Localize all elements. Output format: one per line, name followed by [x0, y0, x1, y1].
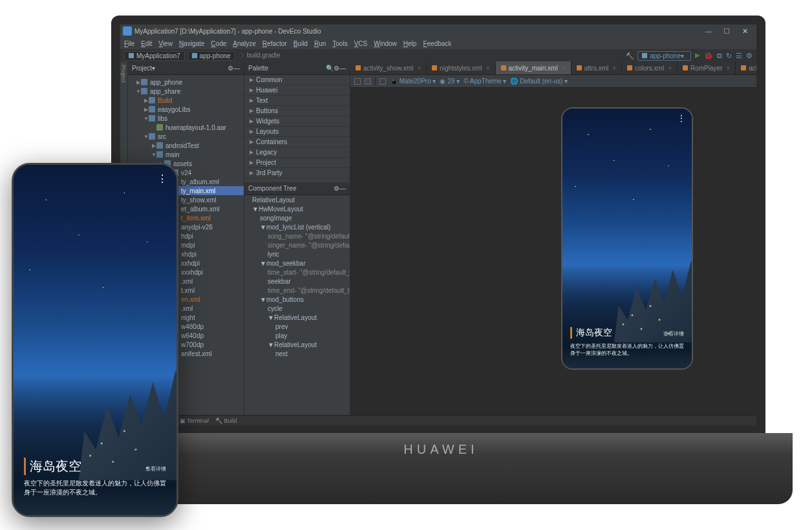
- debug-button[interactable]: 🐞: [704, 52, 713, 60]
- editor-tab[interactable]: RomPlayer×: [678, 61, 736, 74]
- orientation-icon[interactable]: [379, 78, 386, 85]
- menu-tools[interactable]: Tools: [332, 40, 347, 47]
- device-dropdown[interactable]: 📱 Mate20Pro ▾: [390, 78, 436, 85]
- palette-category[interactable]: ▶ Legacy: [244, 147, 350, 158]
- component-node[interactable]: RelativeLayout: [244, 195, 350, 204]
- menu-view[interactable]: View: [158, 40, 173, 47]
- ctree-gear-icon[interactable]: ⚙: [334, 185, 339, 192]
- sync-button[interactable]: ↻: [726, 52, 732, 60]
- component-node[interactable]: next: [244, 349, 350, 358]
- component-node[interactable]: time_end- "@string/default_time": [244, 286, 350, 295]
- sdk-button[interactable]: ⚙: [746, 52, 753, 60]
- palette-category[interactable]: ▶ Project: [244, 158, 350, 168]
- avd-button[interactable]: ☰: [736, 52, 742, 60]
- editor-tab[interactable]: activity_main.xml×: [496, 61, 572, 74]
- menu-file[interactable]: File: [124, 40, 134, 47]
- editor-tab[interactable]: activity_show.xml×: [350, 61, 427, 74]
- palette-list[interactable]: ▶ Common▶ Huawei▶ Text▶ Buttons▶ Widgets…: [244, 75, 350, 178]
- component-node[interactable]: songImage: [244, 213, 350, 222]
- palette-category[interactable]: ▶ Huawei: [244, 85, 350, 96]
- component-tree[interactable]: RelativeLayout▼HwMoveLayoutsongImage▼mod…: [244, 195, 350, 415]
- run-button[interactable]: [695, 53, 700, 58]
- palette-category[interactable]: ▶ Common: [244, 75, 350, 85]
- project-node[interactable]: ▶app_phone: [128, 78, 244, 87]
- api-dropdown[interactable]: ◉ 29 ▾: [440, 78, 460, 85]
- menu-build[interactable]: Build: [294, 40, 308, 47]
- blueprint-mode-icon[interactable]: [365, 78, 371, 85]
- window-minimize[interactable]: —: [700, 27, 718, 35]
- breadcrumb-file[interactable]: 〉build.gradle: [240, 51, 281, 60]
- component-node[interactable]: song_name- "@string/default_s…: [244, 231, 350, 240]
- project-node[interactable]: ▼app_share: [128, 87, 244, 96]
- phone-more-link[interactable]: 查看详情: [145, 465, 166, 472]
- menu-navigate[interactable]: Navigate: [179, 40, 204, 47]
- component-node[interactable]: ▼mod_seekbar: [244, 259, 350, 268]
- project-node[interactable]: ▼libs: [128, 114, 244, 123]
- component-node[interactable]: play: [244, 331, 350, 340]
- component-node[interactable]: ▼mod_lyricList (vertical): [244, 222, 350, 231]
- palette-search-icon[interactable]: 🔍: [326, 65, 334, 72]
- palette-category[interactable]: ▶ 3rd Party: [244, 168, 350, 178]
- menu-refactor[interactable]: Refactor: [262, 40, 287, 47]
- menu-help[interactable]: Help: [403, 40, 417, 47]
- component-node[interactable]: ▼mod_buttons: [244, 295, 350, 304]
- component-node[interactable]: ▼HwMoveLayout: [244, 204, 350, 213]
- design-mode-icon[interactable]: [354, 78, 361, 85]
- profile-button[interactable]: ⧉: [717, 52, 722, 60]
- menu-analyze[interactable]: Analyze: [233, 40, 256, 47]
- component-node[interactable]: time_start- "@string/default_time": [244, 268, 350, 277]
- editor-tab[interactable]: activity_album.xml×: [736, 61, 765, 74]
- terminal-tab[interactable]: ▣ Terminal: [180, 418, 209, 424]
- editor-area: activity_show.xml×nightstyles.xml×activi…: [350, 62, 765, 415]
- editor-tab[interactable]: colors.xml×: [622, 61, 678, 74]
- component-node[interactable]: lyric: [244, 249, 350, 259]
- run-config-dropdown[interactable]: app-phone ▾: [637, 51, 691, 61]
- design-preview-device[interactable]: ⋮ 海岛夜空 查看详情 夜空下的圣托里尼散发着迷人的魅力，让人仿佛置身于一座浪漫…: [561, 107, 693, 370]
- palette-category[interactable]: ▶ Widgets: [244, 116, 350, 127]
- project-node[interactable]: ▼src: [128, 132, 244, 141]
- palette-category[interactable]: ▶ Layouts: [244, 127, 350, 137]
- component-node[interactable]: prev: [244, 322, 350, 331]
- breadcrumb-project[interactable]: MyApplication7: [124, 51, 185, 61]
- component-node[interactable]: ▼RelativeLayout: [244, 340, 350, 349]
- window-maximize[interactable]: ☐: [718, 27, 736, 36]
- ctree-collapse-icon[interactable]: —: [339, 185, 346, 192]
- menu-window[interactable]: Window: [374, 40, 397, 47]
- menu-vcs[interactable]: VCS: [354, 40, 368, 47]
- component-node[interactable]: cycle: [244, 304, 350, 313]
- component-node[interactable]: seekbar: [244, 277, 350, 286]
- project-node[interactable]: ▶androidTest: [128, 141, 244, 150]
- window-close[interactable]: ✕: [736, 27, 754, 36]
- theme-dropdown[interactable]: © AppTheme ▾: [464, 78, 506, 85]
- menu-edit[interactable]: Edit: [141, 40, 152, 47]
- project-collapse-icon[interactable]: —: [233, 65, 240, 72]
- palette-gear-icon[interactable]: ⚙: [334, 65, 339, 72]
- preview-menu-icon[interactable]: ⋮: [678, 114, 685, 123]
- palette-category[interactable]: ▶ Containers: [244, 137, 350, 147]
- project-gear-icon[interactable]: ⚙: [228, 65, 233, 72]
- component-node[interactable]: ▼RelativeLayout: [244, 313, 350, 322]
- project-node[interactable]: ▼main: [128, 150, 244, 159]
- palette-collapse-icon[interactable]: —: [339, 65, 346, 72]
- menu-feedback[interactable]: Feedback: [423, 40, 451, 47]
- app-icon: [123, 26, 132, 36]
- palette-category[interactable]: ▶ Text: [244, 96, 350, 106]
- laptop-frame: MyApplication7 [D:\MyApplication7] - app…: [89, 16, 793, 504]
- build-tab[interactable]: 🔨 Build: [215, 418, 237, 424]
- locale-dropdown[interactable]: 🌐 Default (en-us) ▾: [510, 78, 568, 85]
- design-canvas[interactable]: ⋮ 海岛夜空 查看详情 夜空下的圣托里尼散发着迷人的魅力，让人仿佛置身于一座浪漫…: [350, 88, 765, 415]
- project-node[interactable]: ▶Build: [128, 96, 244, 105]
- project-node[interactable]: huwraplayout-1.0.aar: [128, 123, 244, 132]
- editor-tab[interactable]: nightstyles.xml×: [427, 61, 495, 74]
- editor-tabs: activity_show.xml×nightstyles.xml×activi…: [350, 62, 765, 75]
- build-icon[interactable]: 🔨: [626, 52, 634, 59]
- menu-run[interactable]: Run: [314, 40, 326, 47]
- breadcrumb-module[interactable]: app-phone: [187, 51, 235, 61]
- palette-category[interactable]: ▶ Buttons: [244, 106, 350, 116]
- menu-code[interactable]: Code: [211, 40, 226, 47]
- editor-tab[interactable]: attrs.xml×: [572, 61, 623, 74]
- phone-menu-icon[interactable]: ⋮: [157, 173, 167, 185]
- project-node[interactable]: ▶easygoLibs: [128, 105, 244, 114]
- preview-more-link[interactable]: 查看详情: [663, 330, 684, 337]
- component-node[interactable]: singer_name- "@string/default_…: [244, 240, 350, 249]
